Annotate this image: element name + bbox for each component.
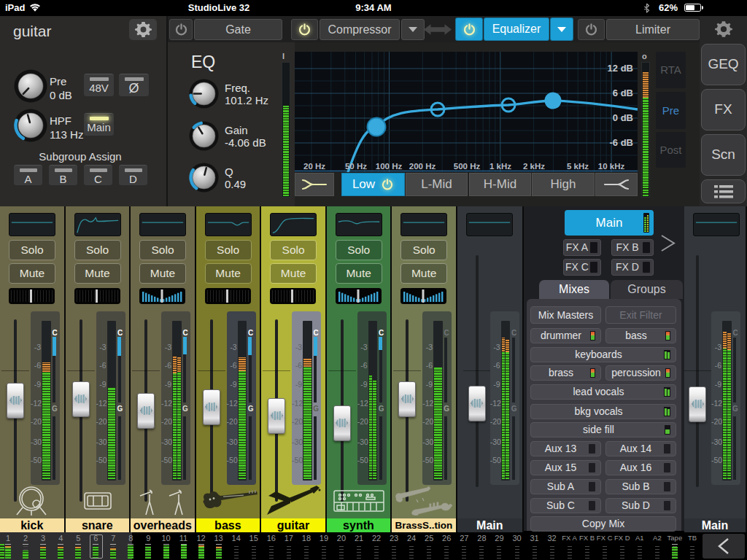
svg-text:12 dB: 12 dB: [608, 63, 633, 74]
svg-text:500 Hz: 500 Hz: [454, 162, 481, 171]
svg-text:200 Hz: 200 Hz: [409, 162, 436, 171]
svg-text:-6 dB: -6 dB: [610, 137, 634, 148]
svg-text:100 Hz: 100 Hz: [376, 162, 403, 171]
svg-text:5 kHz: 5 kHz: [567, 162, 589, 171]
svg-text:0 dB: 0 dB: [613, 112, 633, 123]
svg-text:50 Hz: 50 Hz: [345, 162, 367, 171]
svg-text:20 Hz: 20 Hz: [303, 162, 325, 171]
svg-text:10 kHz: 10 kHz: [598, 162, 625, 171]
svg-text:2 kHz: 2 kHz: [523, 162, 545, 171]
svg-text:6 dB: 6 dB: [613, 88, 633, 98]
svg-text:1 kHz: 1 kHz: [489, 162, 511, 171]
